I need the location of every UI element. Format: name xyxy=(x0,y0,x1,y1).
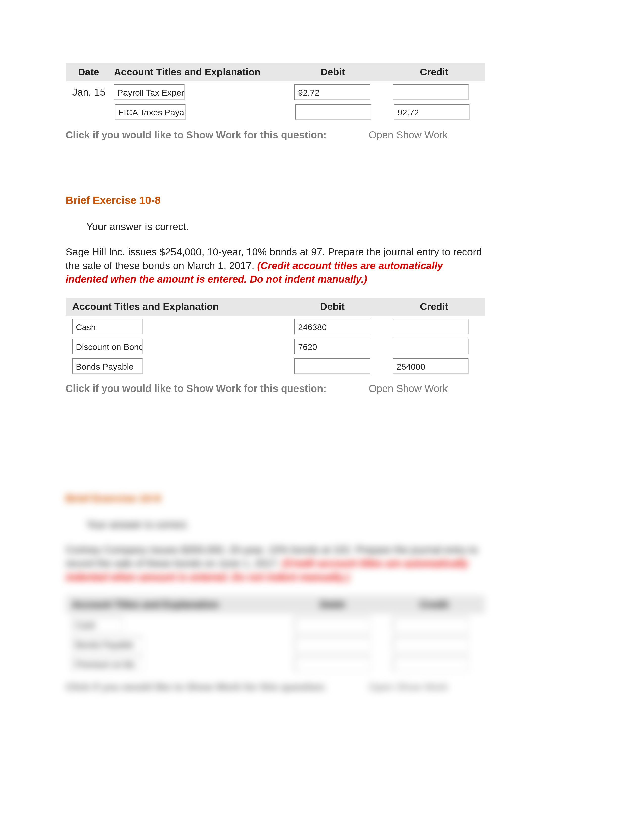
account-title-input[interactable]: Bonds Payable xyxy=(72,358,143,374)
table1-header: Date Account Titles and Explanation Debi… xyxy=(66,63,485,81)
credit-input[interactable] xyxy=(393,319,469,334)
show-work-prompt: Click if you would like to Show Work for… xyxy=(66,382,369,396)
table-row: Discount on Bonds 7620 xyxy=(66,336,485,355)
show-work-prompt: Click if you would like to Show Work for… xyxy=(66,128,369,142)
account-title-input[interactable]: Discount on Bonds xyxy=(72,338,143,354)
table-row: Jan. 15 Payroll Tax Expense 92.72 xyxy=(66,81,485,101)
row-date: Jan. 15 xyxy=(66,87,114,98)
credit-input[interactable]: 92.72 xyxy=(394,104,470,120)
journal-table-2: Account Titles and Explanation Debit Cre… xyxy=(66,298,485,396)
open-show-work-link[interactable]: Open Show Work xyxy=(369,128,448,142)
exercise-title: Brief Exercise 10-8 xyxy=(66,195,485,206)
exercise-prompt: Sage Hill Inc. issues $254,000, 10-year,… xyxy=(66,245,485,286)
col-debit: Debit xyxy=(282,298,383,316)
table2-header: Account Titles and Explanation Debit Cre… xyxy=(66,298,485,316)
show-work-row-truncated: Click if you would like to Show Work for… xyxy=(66,382,485,396)
debit-input[interactable]: 92.72 xyxy=(295,84,370,100)
credit-input[interactable] xyxy=(393,84,469,100)
account-title-input[interactable]: Cash xyxy=(72,319,143,334)
account-title-input[interactable]: Payroll Tax Expense xyxy=(114,84,185,100)
table-row: Cash 246380 xyxy=(66,316,485,336)
exercise-prompt-blurred: Cortney Company issues $300,000, 20-year… xyxy=(66,543,485,584)
journal-table-1: Date Account Titles and Explanation Debi… xyxy=(66,63,485,142)
col-acct: Account Titles and Explanation xyxy=(66,298,282,316)
show-work-row: Click if you would like to Show Work for… xyxy=(66,128,485,142)
col-debit: Debit xyxy=(282,63,384,81)
col-date: Date xyxy=(66,63,111,81)
credit-input[interactable] xyxy=(393,338,469,354)
open-show-work-link[interactable]: Open Show Work xyxy=(369,382,448,396)
journal-table-3-blurred: Account Titles and Explanation Debit Cre… xyxy=(66,595,485,693)
answer-correct-message: Your answer is correct. xyxy=(86,221,485,233)
blurred-preview-region: Brief Exercise 10-9 Your answer is corre… xyxy=(0,434,644,732)
table-row: Bonds Payable 254000 xyxy=(66,355,485,375)
col-acct: Account Titles and Explanation xyxy=(111,63,282,81)
table-row: FICA Taxes Payable 92.72 xyxy=(66,101,485,121)
debit-input[interactable]: 7620 xyxy=(295,338,370,354)
account-title-input[interactable]: FICA Taxes Payable xyxy=(115,104,186,120)
col-credit: Credit xyxy=(383,298,485,316)
credit-input[interactable]: 254000 xyxy=(393,358,469,374)
debit-input[interactable] xyxy=(295,358,370,374)
col-credit: Credit xyxy=(383,63,485,81)
debit-input[interactable] xyxy=(295,104,371,120)
answer-correct-message-blurred: Your answer is correct. xyxy=(86,519,485,530)
debit-input[interactable]: 246380 xyxy=(295,319,370,334)
